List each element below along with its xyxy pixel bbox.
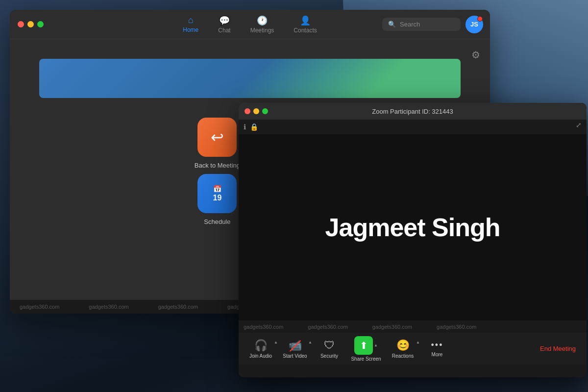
- chat-icon: 💬: [219, 15, 230, 26]
- chat-tab-label: Chat: [218, 27, 230, 34]
- more-button[interactable]: ••• More: [420, 340, 454, 357]
- more-label: More: [432, 352, 443, 357]
- nav-tabs: ⌂ Home 💬 Chat 🕐 Meetings 👤 Contacts: [173, 11, 326, 38]
- tab-contacts[interactable]: 👤 Contacts: [284, 11, 326, 38]
- watermark-1: gadgets360.com: [20, 304, 59, 310]
- gear-icon: ⚙: [471, 49, 480, 60]
- end-meeting-button[interactable]: End Meeting: [534, 341, 582, 356]
- join-audio-button[interactable]: 🎧 ▲ Join Audio: [244, 339, 278, 359]
- traffic-lights: [18, 21, 44, 27]
- minimize-button[interactable]: [27, 21, 34, 27]
- search-bar[interactable]: 🔍 Search: [382, 18, 461, 31]
- schedule-item[interactable]: 📅 19 Schedule: [195, 174, 240, 225]
- watermark-3: gadgets360.com: [158, 304, 198, 310]
- schedule-label: Schedule: [204, 218, 230, 225]
- meeting-watermark-1: gadgets360.com: [244, 324, 283, 330]
- zoom-meeting-window: Zoom Participant ID: 321443 ℹ 🔒 ⤢ Jagmee…: [239, 103, 587, 377]
- info-icon[interactable]: ℹ: [244, 123, 246, 131]
- meeting-minimize-button[interactable]: [253, 108, 259, 114]
- watermark-2: gadgets360.com: [89, 304, 128, 310]
- avatar-initials: JS: [470, 21, 478, 28]
- user-avatar[interactable]: JS: [466, 16, 483, 33]
- back-to-meeting-icon: ↩: [197, 118, 237, 157]
- back-to-meeting-label: Back to Meeting: [195, 162, 240, 169]
- home-tab-label: Home: [183, 26, 198, 33]
- share-screen-toolbar-label: Share Screen: [351, 356, 381, 362]
- zoom-home-titlebar: ⌂ Home 💬 Chat 🕐 Meetings 👤 Contacts 🔍 Se…: [10, 10, 490, 39]
- reactions-chevron[interactable]: ▲: [416, 340, 420, 344]
- schedule-icon: 📅 19: [197, 174, 237, 213]
- meeting-title: Zoom Participant ID: 321443: [372, 108, 453, 115]
- meetings-tab-label: Meetings: [250, 27, 274, 34]
- share-screen-chevron[interactable]: ▲: [374, 343, 378, 347]
- shield-icon: 🛡: [324, 339, 335, 352]
- reactions-icon: 😊: [396, 339, 410, 352]
- share-screen-green-icon: ⬆: [354, 336, 373, 355]
- meeting-toolbar: 🎧 ▲ Join Audio 📹 ▲ Start Video 🛡 Securit…: [239, 333, 587, 365]
- meeting-watermark-bar: gadgets360.com gadgets360.com gadgets360…: [239, 320, 587, 333]
- reactions-label: Reactions: [392, 353, 414, 359]
- security-button[interactable]: 🛡 Security: [312, 339, 346, 359]
- start-video-chevron[interactable]: ▲: [308, 340, 312, 344]
- headphone-icon: 🎧: [254, 339, 268, 352]
- back-to-meeting-item[interactable]: ↩ Back to Meeting: [195, 118, 240, 169]
- meetings-icon: 🕐: [257, 15, 268, 26]
- share-screen-button[interactable]: ⬆ ▲ Share Screen: [346, 336, 386, 362]
- contacts-tab-label: Contacts: [294, 27, 317, 34]
- lock-icon[interactable]: 🔒: [250, 123, 258, 131]
- meeting-traffic-lights: [245, 108, 268, 114]
- video-icon: 📹: [289, 339, 302, 352]
- close-button[interactable]: [18, 21, 24, 27]
- meeting-watermark-4: gadgets360.com: [437, 324, 476, 330]
- tab-meetings[interactable]: 🕐 Meetings: [241, 11, 284, 38]
- meeting-close-button[interactable]: [245, 108, 250, 114]
- security-label: Security: [320, 353, 338, 359]
- join-audio-chevron[interactable]: ▲: [274, 340, 278, 344]
- video-area: Jagmeet Singh: [239, 134, 587, 320]
- search-icon: 🔍: [388, 21, 396, 28]
- expand-button[interactable]: ⤢: [576, 121, 582, 129]
- contacts-icon: 👤: [300, 15, 311, 26]
- home-icon: ⌂: [188, 15, 194, 25]
- start-video-label: Start Video: [283, 353, 307, 359]
- meeting-titlebar: Zoom Participant ID: 321443: [239, 103, 587, 120]
- more-icon: •••: [431, 340, 443, 350]
- search-placeholder: Search: [400, 21, 420, 28]
- video-preview: [39, 59, 461, 98]
- tab-home[interactable]: ⌂ Home: [173, 11, 208, 37]
- reactions-button[interactable]: 😊 ▲ Reactions: [386, 339, 420, 359]
- meeting-watermark-3: gadgets360.com: [372, 324, 412, 330]
- meeting-info-bar: ℹ 🔒 ⤢: [239, 120, 587, 134]
- tab-chat[interactable]: 💬 Chat: [208, 11, 240, 38]
- join-audio-label: Join Audio: [249, 353, 272, 359]
- start-video-button[interactable]: 📹 ▲ Start Video: [278, 339, 312, 359]
- meeting-fullscreen-button[interactable]: [262, 108, 268, 114]
- participant-name: Jagmeet Singh: [325, 213, 500, 242]
- fullscreen-button[interactable]: [37, 21, 44, 27]
- settings-button[interactable]: ⚙: [471, 49, 480, 61]
- end-meeting-label: End Meeting: [540, 345, 576, 352]
- meeting-watermark-2: gadgets360.com: [308, 324, 347, 330]
